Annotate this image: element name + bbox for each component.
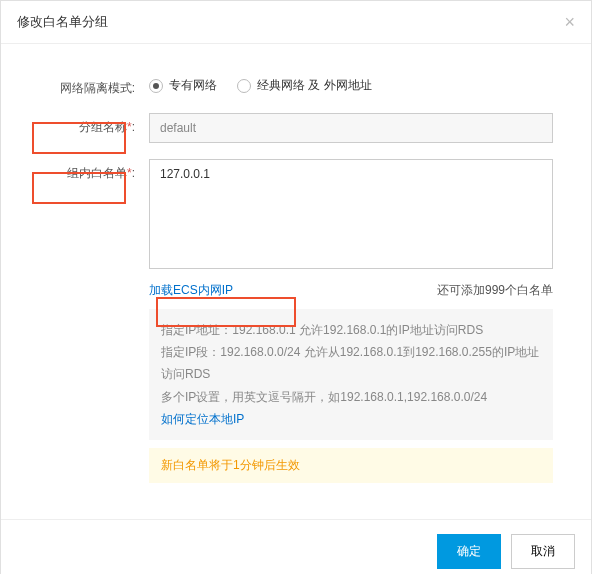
link-load-ecs-ip[interactable]: 加载ECS内网IP (149, 282, 233, 299)
textarea-whitelist[interactable] (149, 159, 553, 269)
help-line: 多个IP设置，用英文逗号隔开，如192.168.0.1,192.168.0.0/… (161, 386, 541, 408)
radio-classic-label: 经典网络 及 外网地址 (257, 77, 372, 94)
help-line: 指定IP地址：192.168.0.1 允许192.168.0.1的IP地址访问R… (161, 319, 541, 341)
whitelist-linkbar: 加载ECS内网IP 还可添加999个白名单 (149, 282, 553, 299)
close-icon[interactable]: × (564, 13, 575, 31)
delay-notice: 新白名单将于1分钟后生效 (149, 448, 553, 483)
link-local-ip-help[interactable]: 如何定位本地IP (161, 412, 244, 426)
label-network-mode: 网络隔离模式: (39, 74, 149, 97)
remaining-count-hint: 还可添加999个白名单 (437, 282, 553, 299)
row-network-mode: 网络隔离模式: 专有网络 经典网络 及 外网地址 (39, 74, 553, 97)
cancel-button[interactable]: 取消 (511, 534, 575, 569)
modal-header: 修改白名单分组 × (1, 1, 591, 44)
help-box: 指定IP地址：192.168.0.1 允许192.168.0.1的IP地址访问R… (149, 309, 553, 440)
radio-dot-icon (237, 79, 251, 93)
radio-group-network-mode: 专有网络 经典网络 及 外网地址 (149, 74, 553, 94)
label-group-name: 分组名称*: (39, 113, 149, 136)
label-whitelist: 组内白名单*: (39, 159, 149, 182)
radio-dot-icon (149, 79, 163, 93)
help-line: 指定IP段：192.168.0.0/24 允许从192.168.0.1到192.… (161, 341, 541, 385)
radio-vpc-label: 专有网络 (169, 77, 217, 94)
radio-vpc[interactable]: 专有网络 (149, 77, 217, 94)
modal-title: 修改白名单分组 (17, 13, 108, 31)
modal-body: 网络隔离模式: 专有网络 经典网络 及 外网地址 分组名称*: (1, 44, 591, 519)
modal-footer: 确定 取消 (1, 519, 591, 574)
radio-classic[interactable]: 经典网络 及 外网地址 (237, 77, 372, 94)
row-whitelist: 组内白名单*: 加载ECS内网IP 还可添加999个白名单 指定IP地址：192… (39, 159, 553, 483)
ok-button[interactable]: 确定 (437, 534, 501, 569)
row-group-name: 分组名称*: (39, 113, 553, 143)
modal-edit-whitelist-group: 修改白名单分组 × 网络隔离模式: 专有网络 经典网络 及 外网地址 分组名称*… (0, 0, 592, 574)
input-group-name[interactable] (149, 113, 553, 143)
